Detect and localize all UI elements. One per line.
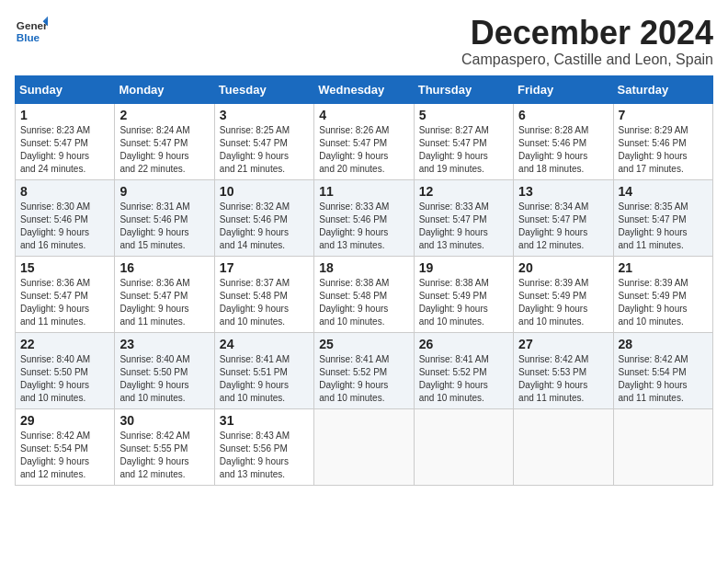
calendar-cell: 17Sunrise: 8:37 AM Sunset: 5:48 PM Dayli… bbox=[214, 256, 313, 332]
day-number: 2 bbox=[119, 108, 209, 122]
day-number: 11 bbox=[319, 184, 408, 199]
day-number: 12 bbox=[419, 184, 508, 199]
day-number: 3 bbox=[220, 108, 309, 122]
day-number: 30 bbox=[119, 413, 209, 428]
day-info: Sunrise: 8:42 AM Sunset: 5:53 PM Dayligh… bbox=[518, 353, 608, 405]
calendar-cell: 12Sunrise: 8:33 AM Sunset: 5:47 PM Dayli… bbox=[414, 179, 513, 256]
calendar-cell bbox=[414, 408, 513, 485]
day-info: Sunrise: 8:29 AM Sunset: 5:46 PM Dayligh… bbox=[619, 124, 708, 176]
calendar-cell: 4Sunrise: 8:26 AM Sunset: 5:47 PM Daylig… bbox=[314, 103, 414, 179]
day-info: Sunrise: 8:40 AM Sunset: 5:50 PM Dayligh… bbox=[20, 353, 109, 405]
calendar-cell: 6Sunrise: 8:28 AM Sunset: 5:46 PM Daylig… bbox=[514, 103, 613, 179]
day-info: Sunrise: 8:42 AM Sunset: 5:54 PM Dayligh… bbox=[20, 430, 109, 481]
calendar-cell: 26Sunrise: 8:41 AM Sunset: 5:52 PM Dayli… bbox=[414, 332, 513, 408]
day-info: Sunrise: 8:41 AM Sunset: 5:52 PM Dayligh… bbox=[419, 353, 508, 405]
calendar-week-row: 15Sunrise: 8:36 AM Sunset: 5:47 PM Dayli… bbox=[16, 256, 713, 332]
day-info: Sunrise: 8:24 AM Sunset: 5:47 PM Dayligh… bbox=[119, 124, 209, 176]
day-number: 27 bbox=[518, 337, 608, 351]
day-header-saturday: Saturday bbox=[613, 75, 712, 103]
day-number: 14 bbox=[619, 184, 708, 199]
calendar-cell: 29Sunrise: 8:42 AM Sunset: 5:54 PM Dayli… bbox=[16, 408, 115, 485]
day-number: 8 bbox=[20, 184, 109, 199]
calendar-cell: 9Sunrise: 8:31 AM Sunset: 5:46 PM Daylig… bbox=[115, 179, 214, 256]
day-number: 9 bbox=[119, 184, 209, 199]
calendar-cell: 2Sunrise: 8:24 AM Sunset: 5:47 PM Daylig… bbox=[115, 103, 214, 179]
day-info: Sunrise: 8:36 AM Sunset: 5:47 PM Dayligh… bbox=[119, 277, 209, 328]
month-title: December 2024 bbox=[461, 15, 713, 52]
day-info: Sunrise: 8:27 AM Sunset: 5:47 PM Dayligh… bbox=[419, 124, 508, 176]
day-number: 24 bbox=[220, 337, 309, 351]
day-info: Sunrise: 8:38 AM Sunset: 5:48 PM Dayligh… bbox=[319, 277, 408, 328]
day-info: Sunrise: 8:31 AM Sunset: 5:46 PM Dayligh… bbox=[119, 201, 209, 252]
day-header-friday: Friday bbox=[514, 75, 613, 103]
day-number: 16 bbox=[119, 260, 209, 275]
day-info: Sunrise: 8:33 AM Sunset: 5:46 PM Dayligh… bbox=[319, 201, 408, 252]
day-number: 26 bbox=[419, 337, 508, 351]
day-number: 4 bbox=[319, 108, 408, 122]
calendar-cell: 19Sunrise: 8:38 AM Sunset: 5:49 PM Dayli… bbox=[414, 256, 513, 332]
calendar-cell: 21Sunrise: 8:39 AM Sunset: 5:49 PM Dayli… bbox=[613, 256, 712, 332]
calendar-cell: 28Sunrise: 8:42 AM Sunset: 5:54 PM Dayli… bbox=[613, 332, 712, 408]
location-title: Campaspero, Castille and Leon, Spain bbox=[461, 52, 713, 68]
day-number: 10 bbox=[220, 184, 309, 199]
day-number: 6 bbox=[518, 108, 608, 122]
calendar-cell: 3Sunrise: 8:25 AM Sunset: 5:47 PM Daylig… bbox=[214, 103, 313, 179]
calendar-cell bbox=[314, 408, 414, 485]
logo-icon: General Blue bbox=[15, 15, 48, 48]
svg-text:Blue: Blue bbox=[17, 31, 40, 43]
day-info: Sunrise: 8:35 AM Sunset: 5:47 PM Dayligh… bbox=[619, 201, 708, 252]
calendar-cell: 5Sunrise: 8:27 AM Sunset: 5:47 PM Daylig… bbox=[414, 103, 513, 179]
day-header-wednesday: Wednesday bbox=[314, 75, 414, 103]
calendar-cell: 23Sunrise: 8:40 AM Sunset: 5:50 PM Dayli… bbox=[115, 332, 214, 408]
day-number: 25 bbox=[319, 337, 408, 351]
day-number: 20 bbox=[518, 260, 608, 275]
day-number: 22 bbox=[20, 337, 109, 351]
day-header-thursday: Thursday bbox=[414, 75, 513, 103]
day-number: 15 bbox=[20, 260, 109, 275]
calendar-week-row: 1Sunrise: 8:23 AM Sunset: 5:47 PM Daylig… bbox=[16, 103, 713, 179]
calendar-cell bbox=[613, 408, 712, 485]
day-number: 13 bbox=[518, 184, 608, 199]
day-number: 7 bbox=[619, 108, 708, 122]
day-info: Sunrise: 8:26 AM Sunset: 5:47 PM Dayligh… bbox=[319, 124, 408, 176]
calendar-cell: 14Sunrise: 8:35 AM Sunset: 5:47 PM Dayli… bbox=[613, 179, 712, 256]
day-info: Sunrise: 8:36 AM Sunset: 5:47 PM Dayligh… bbox=[20, 277, 109, 328]
calendar-week-row: 8Sunrise: 8:30 AM Sunset: 5:46 PM Daylig… bbox=[16, 179, 713, 256]
logo: General Blue bbox=[15, 15, 48, 48]
calendar-cell: 30Sunrise: 8:42 AM Sunset: 5:55 PM Dayli… bbox=[115, 408, 214, 485]
calendar-week-row: 29Sunrise: 8:42 AM Sunset: 5:54 PM Dayli… bbox=[16, 408, 713, 485]
day-info: Sunrise: 8:38 AM Sunset: 5:49 PM Dayligh… bbox=[419, 277, 508, 328]
calendar-cell: 24Sunrise: 8:41 AM Sunset: 5:51 PM Dayli… bbox=[214, 332, 313, 408]
calendar-cell: 27Sunrise: 8:42 AM Sunset: 5:53 PM Dayli… bbox=[514, 332, 613, 408]
day-number: 31 bbox=[220, 413, 309, 428]
calendar-cell: 31Sunrise: 8:43 AM Sunset: 5:56 PM Dayli… bbox=[214, 408, 313, 485]
day-info: Sunrise: 8:23 AM Sunset: 5:47 PM Dayligh… bbox=[20, 124, 109, 176]
day-info: Sunrise: 8:41 AM Sunset: 5:52 PM Dayligh… bbox=[319, 353, 408, 405]
day-info: Sunrise: 8:42 AM Sunset: 5:54 PM Dayligh… bbox=[619, 353, 708, 405]
calendar-cell: 22Sunrise: 8:40 AM Sunset: 5:50 PM Dayli… bbox=[16, 332, 115, 408]
calendar-cell: 13Sunrise: 8:34 AM Sunset: 5:47 PM Dayli… bbox=[514, 179, 613, 256]
day-header-tuesday: Tuesday bbox=[214, 75, 313, 103]
day-info: Sunrise: 8:39 AM Sunset: 5:49 PM Dayligh… bbox=[619, 277, 708, 328]
calendar-week-row: 22Sunrise: 8:40 AM Sunset: 5:50 PM Dayli… bbox=[16, 332, 713, 408]
days-header-row: SundayMondayTuesdayWednesdayThursdayFrid… bbox=[16, 75, 713, 103]
calendar-cell: 15Sunrise: 8:36 AM Sunset: 5:47 PM Dayli… bbox=[16, 256, 115, 332]
calendar-table: SundayMondayTuesdayWednesdayThursdayFrid… bbox=[15, 75, 713, 486]
day-info: Sunrise: 8:37 AM Sunset: 5:48 PM Dayligh… bbox=[220, 277, 309, 328]
day-info: Sunrise: 8:28 AM Sunset: 5:46 PM Dayligh… bbox=[518, 124, 608, 176]
calendar-cell: 10Sunrise: 8:32 AM Sunset: 5:46 PM Dayli… bbox=[214, 179, 313, 256]
calendar-cell: 11Sunrise: 8:33 AM Sunset: 5:46 PM Dayli… bbox=[314, 179, 414, 256]
title-area: December 2024 Campaspero, Castille and L… bbox=[461, 15, 713, 68]
calendar-cell bbox=[514, 408, 613, 485]
day-number: 19 bbox=[419, 260, 508, 275]
calendar-cell: 7Sunrise: 8:29 AM Sunset: 5:46 PM Daylig… bbox=[613, 103, 712, 179]
day-header-monday: Monday bbox=[115, 75, 214, 103]
day-info: Sunrise: 8:40 AM Sunset: 5:50 PM Dayligh… bbox=[119, 353, 209, 405]
day-number: 28 bbox=[619, 337, 708, 351]
calendar-cell: 20Sunrise: 8:39 AM Sunset: 5:49 PM Dayli… bbox=[514, 256, 613, 332]
day-info: Sunrise: 8:32 AM Sunset: 5:46 PM Dayligh… bbox=[220, 201, 309, 252]
day-number: 21 bbox=[619, 260, 708, 275]
calendar-cell: 18Sunrise: 8:38 AM Sunset: 5:48 PM Dayli… bbox=[314, 256, 414, 332]
page-header: General Blue December 2024 Campaspero, C… bbox=[15, 15, 713, 68]
day-info: Sunrise: 8:34 AM Sunset: 5:47 PM Dayligh… bbox=[518, 201, 608, 252]
